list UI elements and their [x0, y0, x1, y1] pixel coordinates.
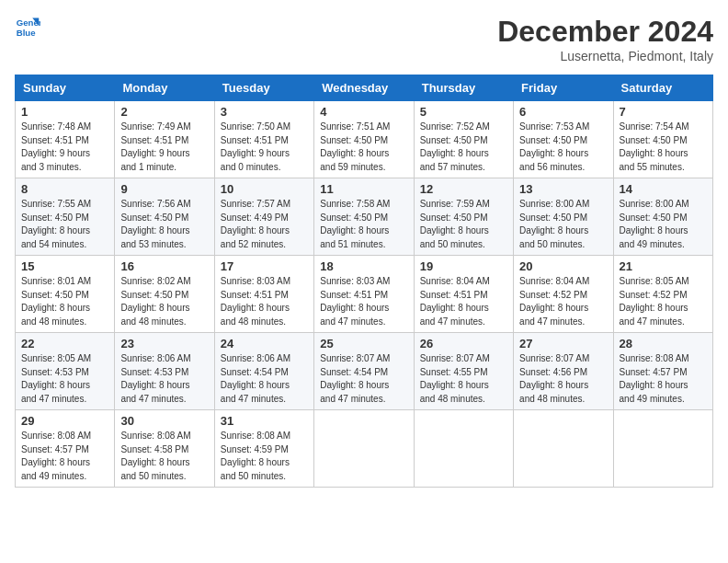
calendar-day-cell: 19Sunrise: 8:04 AM Sunset: 4:51 PM Dayli… [414, 256, 513, 333]
calendar-day-cell: 14Sunrise: 8:00 AM Sunset: 4:50 PM Dayli… [613, 178, 712, 256]
day-info: Sunrise: 7:52 AM Sunset: 4:50 PM Dayligh… [420, 121, 507, 174]
calendar-day-cell: 27Sunrise: 8:07 AM Sunset: 4:56 PM Dayli… [514, 333, 613, 410]
calendar-day-cell: 28Sunrise: 8:08 AM Sunset: 4:57 PM Dayli… [613, 333, 712, 410]
day-info: Sunrise: 8:08 AM Sunset: 4:57 PM Dayligh… [620, 352, 707, 406]
day-number: 30 [120, 414, 208, 428]
day-number: 15 [21, 259, 108, 273]
day-info: Sunrise: 8:06 AM Sunset: 4:54 PM Dayligh… [221, 352, 308, 406]
day-info: Sunrise: 7:59 AM Sunset: 4:50 PM Dayligh… [420, 198, 507, 251]
calendar-day-cell: 6Sunrise: 7:53 AM Sunset: 4:50 PM Daylig… [514, 101, 613, 178]
day-info: Sunrise: 8:00 AM Sunset: 4:50 PM Dayligh… [519, 198, 607, 251]
calendar-col-header: Tuesday [214, 75, 313, 101]
calendar-day-cell: 7Sunrise: 7:54 AM Sunset: 4:50 PM Daylig… [613, 101, 712, 178]
calendar-day-cell: 31Sunrise: 8:08 AM Sunset: 4:59 PM Dayli… [214, 410, 313, 488]
calendar-day-cell: 29Sunrise: 8:08 AM Sunset: 4:57 PM Dayli… [16, 410, 115, 488]
calendar-day-cell: 8Sunrise: 7:55 AM Sunset: 4:50 PM Daylig… [16, 178, 115, 256]
calendar-col-header: Monday [115, 75, 214, 101]
calendar-day-cell: 3Sunrise: 7:50 AM Sunset: 4:51 PM Daylig… [214, 101, 313, 178]
day-number: 11 [320, 182, 407, 196]
calendar-week-row: 15Sunrise: 8:01 AM Sunset: 4:50 PM Dayli… [16, 256, 713, 333]
logo-icon: General Blue [15, 15, 40, 40]
day-number: 24 [221, 337, 308, 350]
day-info: Sunrise: 8:00 AM Sunset: 4:50 PM Dayligh… [620, 198, 707, 251]
calendar-day-cell [414, 410, 513, 488]
day-info: Sunrise: 7:56 AM Sunset: 4:50 PM Dayligh… [120, 198, 208, 251]
day-info: Sunrise: 7:55 AM Sunset: 4:50 PM Dayligh… [21, 198, 108, 251]
day-number: 1 [21, 105, 108, 119]
calendar-col-header: Sunday [16, 75, 115, 101]
day-number: 14 [620, 182, 707, 196]
calendar-col-header: Thursday [414, 75, 513, 101]
day-info: Sunrise: 8:04 AM Sunset: 4:52 PM Dayligh… [519, 275, 607, 328]
day-number: 27 [519, 337, 607, 350]
day-number: 8 [21, 182, 108, 196]
calendar-day-cell: 22Sunrise: 8:05 AM Sunset: 4:53 PM Dayli… [16, 333, 115, 410]
day-number: 21 [620, 259, 707, 273]
calendar-day-cell: 23Sunrise: 8:06 AM Sunset: 4:53 PM Dayli… [115, 333, 214, 410]
calendar-day-cell [514, 410, 613, 488]
calendar-col-header: Friday [514, 75, 613, 101]
calendar-day-cell: 30Sunrise: 8:08 AM Sunset: 4:58 PM Dayli… [115, 410, 214, 488]
calendar-table: SundayMondayTuesdayWednesdayThursdayFrid… [15, 75, 713, 488]
calendar-day-cell: 4Sunrise: 7:51 AM Sunset: 4:50 PM Daylig… [314, 101, 414, 178]
calendar-day-cell: 5Sunrise: 7:52 AM Sunset: 4:50 PM Daylig… [414, 101, 513, 178]
day-number: 16 [120, 259, 208, 273]
calendar-week-row: 29Sunrise: 8:08 AM Sunset: 4:57 PM Dayli… [16, 410, 713, 488]
calendar-day-cell: 26Sunrise: 8:07 AM Sunset: 4:55 PM Dayli… [414, 333, 513, 410]
calendar-day-cell: 10Sunrise: 7:57 AM Sunset: 4:49 PM Dayli… [214, 178, 313, 256]
day-info: Sunrise: 7:57 AM Sunset: 4:49 PM Dayligh… [221, 198, 308, 251]
title-block: December 2024 Lusernetta, Piedmont, Ital… [497, 15, 713, 63]
day-number: 23 [120, 337, 208, 350]
day-info: Sunrise: 8:08 AM Sunset: 4:57 PM Dayligh… [21, 430, 108, 483]
calendar-day-cell: 17Sunrise: 8:03 AM Sunset: 4:51 PM Dayli… [214, 256, 313, 333]
calendar-day-cell: 18Sunrise: 8:03 AM Sunset: 4:51 PM Dayli… [314, 256, 414, 333]
calendar-day-cell [314, 410, 414, 488]
calendar-day-cell: 2Sunrise: 7:49 AM Sunset: 4:51 PM Daylig… [115, 101, 214, 178]
calendar-header-row: SundayMondayTuesdayWednesdayThursdayFrid… [16, 75, 713, 101]
day-number: 3 [221, 105, 308, 119]
day-info: Sunrise: 7:48 AM Sunset: 4:51 PM Dayligh… [21, 121, 108, 174]
day-number: 18 [320, 259, 407, 273]
calendar-col-header: Wednesday [314, 75, 414, 101]
day-number: 25 [320, 337, 407, 350]
day-info: Sunrise: 8:05 AM Sunset: 4:53 PM Dayligh… [21, 352, 108, 406]
calendar-day-cell: 24Sunrise: 8:06 AM Sunset: 4:54 PM Dayli… [214, 333, 313, 410]
day-number: 13 [519, 182, 607, 196]
day-info: Sunrise: 8:03 AM Sunset: 4:51 PM Dayligh… [221, 275, 308, 328]
day-info: Sunrise: 8:06 AM Sunset: 4:53 PM Dayligh… [120, 352, 208, 406]
day-info: Sunrise: 8:07 AM Sunset: 4:54 PM Dayligh… [320, 352, 407, 406]
calendar-day-cell: 11Sunrise: 7:58 AM Sunset: 4:50 PM Dayli… [314, 178, 414, 256]
logo: General Blue [15, 15, 40, 40]
day-number: 22 [21, 337, 108, 350]
day-number: 9 [120, 182, 208, 196]
day-info: Sunrise: 8:08 AM Sunset: 4:58 PM Dayligh… [120, 430, 208, 483]
day-info: Sunrise: 8:01 AM Sunset: 4:50 PM Dayligh… [21, 275, 108, 328]
calendar-week-row: 8Sunrise: 7:55 AM Sunset: 4:50 PM Daylig… [16, 178, 713, 256]
location: Lusernetta, Piedmont, Italy [497, 49, 713, 63]
day-info: Sunrise: 7:51 AM Sunset: 4:50 PM Dayligh… [320, 121, 407, 174]
calendar-body: 1Sunrise: 7:48 AM Sunset: 4:51 PM Daylig… [16, 101, 713, 488]
day-number: 10 [221, 182, 308, 196]
day-number: 20 [519, 259, 607, 273]
day-info: Sunrise: 8:03 AM Sunset: 4:51 PM Dayligh… [320, 275, 407, 328]
day-info: Sunrise: 7:50 AM Sunset: 4:51 PM Dayligh… [221, 121, 308, 174]
day-number: 17 [221, 259, 308, 273]
day-info: Sunrise: 7:49 AM Sunset: 4:51 PM Dayligh… [120, 121, 208, 174]
month-title: December 2024 [497, 15, 713, 49]
day-info: Sunrise: 7:53 AM Sunset: 4:50 PM Dayligh… [519, 121, 607, 174]
calendar-day-cell: 12Sunrise: 7:59 AM Sunset: 4:50 PM Dayli… [414, 178, 513, 256]
calendar-col-header: Saturday [613, 75, 712, 101]
day-info: Sunrise: 7:54 AM Sunset: 4:50 PM Dayligh… [620, 121, 707, 174]
day-number: 6 [519, 105, 607, 119]
day-number: 5 [420, 105, 507, 119]
day-number: 19 [420, 259, 507, 273]
day-info: Sunrise: 8:07 AM Sunset: 4:55 PM Dayligh… [420, 352, 507, 406]
day-number: 26 [420, 337, 507, 350]
day-number: 31 [221, 414, 308, 428]
day-info: Sunrise: 7:58 AM Sunset: 4:50 PM Dayligh… [320, 198, 407, 251]
day-number: 28 [620, 337, 707, 350]
calendar-day-cell: 1Sunrise: 7:48 AM Sunset: 4:51 PM Daylig… [16, 101, 115, 178]
calendar-day-cell: 20Sunrise: 8:04 AM Sunset: 4:52 PM Dayli… [514, 256, 613, 333]
calendar-day-cell: 9Sunrise: 7:56 AM Sunset: 4:50 PM Daylig… [115, 178, 214, 256]
calendar-day-cell: 13Sunrise: 8:00 AM Sunset: 4:50 PM Dayli… [514, 178, 613, 256]
